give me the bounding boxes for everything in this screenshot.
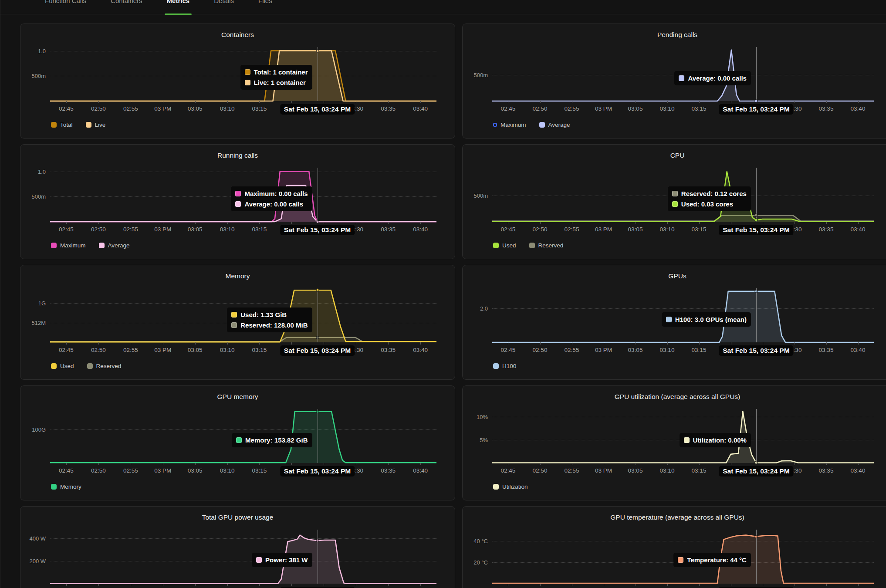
y-axis-label: 100G [22,426,46,433]
legend-label: Used [60,363,74,369]
value-tooltip: Power: 381 W [252,553,312,567]
x-axis-tick [795,342,795,345]
chart-title: Memory [20,272,455,280]
chart-legend: TotalLive [51,122,105,128]
x-axis-label: 03 PM [154,347,171,353]
x-axis-tick [388,463,389,465]
legend-item-used[interactable]: Used [493,242,516,249]
chart-plot-area[interactable]: 1.0500mMaximum: 0.00 callsAverage: 0.00 … [50,166,436,222]
value-tooltip: Maximum: 0.00 callsAverage: 0.00 calls [231,186,312,211]
x-axis-label: 03:15 [692,105,707,112]
legend-label: H100 [502,363,516,369]
x-axis-label: 03:40 [413,467,428,474]
x-axis-label: 02:50 [533,226,548,233]
tab-label: Function Calls [45,0,86,5]
tab-metrics[interactable]: Metrics [167,0,190,14]
chart-plot-area[interactable]: 400 W200 WPower: 381 WSat Feb 15, 03:24 … [50,528,436,584]
x-axis-tick [291,101,292,103]
chart-plot-area[interactable]: 10%5%Utilization: 0.00%Sat Feb 15, 03:24… [492,408,874,463]
time-tooltip: Sat Feb 15, 03:24 PM [719,225,793,235]
x-axis-tick [731,463,731,465]
x-axis-tick [826,342,827,345]
y-axis-label: 200 W [22,558,46,564]
chart-plot-area[interactable]: 2.0H100: 3.0 GPUs (mean)Sat Feb 15, 03:2… [492,287,874,342]
tooltip-row: Live: 1 container [245,79,308,86]
x-axis-tick [763,222,763,224]
legend-swatch [529,243,535,248]
chart-legend: Memory [51,483,81,490]
x-axis-tick [388,101,389,103]
tooltip-swatch [666,317,672,322]
x-axis-tick [763,101,763,103]
x-axis-tick [795,584,795,586]
tab-details[interactable]: Details [214,0,234,14]
value-marker [316,50,318,52]
x-axis-label: 02:55 [123,105,138,112]
x-axis-label: 03:40 [851,467,866,474]
x-axis-tick [826,222,827,224]
x-axis-label: 02:45 [501,105,516,112]
value-marker [755,214,757,216]
y-axis-label: 1.0 [22,47,46,54]
x-axis-tick [572,101,572,103]
crosshair-line [756,530,757,584]
legend-item-average[interactable]: Average [539,122,570,128]
chart-plot-area[interactable]: 500mReserved: 0.12 coresUsed: 0.03 cores… [492,166,874,222]
x-axis-tick [291,222,292,224]
tooltip-row: H100: 3.0 GPUs (mean) [666,316,747,323]
legend-item-memory[interactable]: Memory [51,483,81,490]
x-axis-label: 03:15 [252,467,267,474]
x-axis-tick [324,342,324,345]
x-axis-tick [291,584,292,586]
tooltip-swatch [672,201,678,207]
tooltip-swatch [231,322,237,328]
x-axis-tick [388,584,389,586]
x-axis-tick [540,222,541,224]
chart-plot-area[interactable]: 1.0500mTotal: 1 containerLive: 1 contain… [50,46,436,101]
value-tooltip: Reserved: 0.12 coresUsed: 0.03 cores [668,186,751,211]
legend-item-utilization[interactable]: Utilization [493,483,528,490]
legend-item-reserved[interactable]: Reserved [87,363,122,369]
legend-item-total[interactable]: Total [51,122,73,128]
legend-swatch [539,122,545,128]
chart-card-memory: Memory1G512MUsed: 1.33 GiBReserved: 128.… [20,265,455,380]
tab-label: Metrics [167,0,190,5]
time-tooltip: Sat Feb 15, 03:24 PM [280,104,355,115]
x-axis-tick [636,101,636,103]
chart-title: Pending calls [463,31,886,39]
y-axis-label: 500m [22,73,46,79]
legend-item-live[interactable]: Live [86,122,106,128]
tooltip-swatch [235,191,241,196]
legend-item-maximum[interactable]: Maximum [51,242,86,249]
x-axis-tick [98,584,99,586]
x-axis-label: 02:55 [565,226,579,233]
x-axis-label: 02:50 [91,105,106,112]
chart-legend: UsedReserved [493,242,563,249]
legend-item-used[interactable]: Used [51,363,74,369]
x-axis-tick [195,584,196,586]
chart-plot-area[interactable]: 500mAverage: 0.00 callsSat Feb 15, 03:24… [492,46,874,101]
chart-plot-area[interactable]: 40 °C20 °CTemperature: 44 °CSat Feb 15, … [492,528,874,584]
x-axis-tick [508,584,508,586]
x-axis-label: 02:45 [501,226,516,233]
tooltip-text: Temperature: 44 °C [687,556,747,564]
legend-item-h100[interactable]: H100 [493,363,516,369]
tooltip-text: Utilization: 0.00% [693,436,747,444]
x-axis-tick [604,463,604,465]
x-axis-label: 03:10 [220,226,235,233]
legend-swatch [51,484,57,490]
x-axis-tick [420,222,421,224]
legend-item-maximum[interactable]: Maximum [493,122,526,128]
tab-function-calls[interactable]: Function Calls [45,0,86,14]
chart-plot-area[interactable]: 1G512MUsed: 1.33 GiBReserved: 128.00 MiB… [50,287,436,342]
tab-files[interactable]: Files [258,0,272,14]
legend-item-average[interactable]: Average [99,242,130,249]
legend-item-reserved[interactable]: Reserved [529,242,564,249]
x-axis-label: 03:15 [692,226,707,233]
tab-containers[interactable]: Containers [111,0,142,14]
chart-plot-area[interactable]: 100GMemory: 153.82 GiBSat Feb 15, 03:24 … [50,408,436,463]
legend-label: Utilization [502,483,528,490]
x-axis-label: 03:10 [660,467,675,474]
x-axis-tick [163,222,163,224]
tooltip-row: Temperature: 44 °C [678,556,747,564]
